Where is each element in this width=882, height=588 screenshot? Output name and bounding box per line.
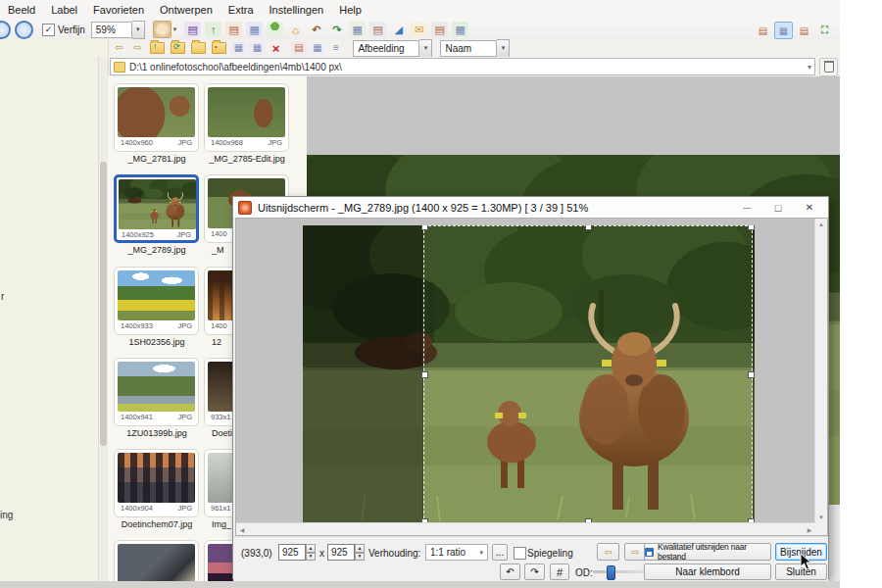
filmstrip-icon[interactable] xyxy=(184,22,201,37)
thumbnail-image xyxy=(118,453,195,503)
hand-tool-dropdown-icon[interactable]: ▾ xyxy=(173,25,177,33)
zoom-level-dropdown-icon[interactable]: ▾ xyxy=(132,21,145,39)
menu-favorieten[interactable]: Favorieten xyxy=(85,0,152,20)
filter-dropdown-icon[interactable]: ▾ xyxy=(419,39,432,58)
thumb-filename: 1SH02356.jpg xyxy=(112,337,202,347)
thumbnail-item-selected[interactable]: 1400x925JPG xyxy=(114,174,199,243)
zoom-actual-icon[interactable] xyxy=(0,21,11,39)
grid-overlay-button[interactable]: # xyxy=(550,564,569,580)
thumbnail-item[interactable]: 1400x941JPG xyxy=(114,358,199,426)
crop-height-input[interactable]: 925 xyxy=(327,544,355,561)
empty-trash-button[interactable] xyxy=(819,58,838,76)
crop-handle-nw[interactable] xyxy=(421,225,428,230)
copy-to-icon[interactable] xyxy=(230,41,246,56)
thumb-filetype: JPG xyxy=(176,230,191,239)
crop-selection[interactable] xyxy=(423,225,753,523)
crop-handle-w[interactable] xyxy=(421,371,428,378)
scroll-right-icon[interactable]: ▶ xyxy=(804,523,815,535)
menu-extra[interactable]: Extra xyxy=(220,0,262,20)
layout-viewer-icon[interactable] xyxy=(795,22,813,39)
scanner-icon[interactable] xyxy=(390,22,407,37)
user-icon[interactable] xyxy=(267,22,283,37)
thumbnail-image xyxy=(119,179,196,229)
browse-icon[interactable] xyxy=(246,22,263,37)
browser-toolbar: ▲ ↑ ⟳ • Afbeelding ▾ Naam ▾ xyxy=(94,39,840,57)
address-dropdown-icon[interactable]: ▾ xyxy=(808,63,811,72)
print-icon[interactable] xyxy=(431,22,448,37)
screenshot-root: Beeld Label Favorieten Ontwerpen Extra I… xyxy=(0,0,882,588)
folder-refresh-icon[interactable]: ⟳ xyxy=(171,42,185,54)
slideshow-icon[interactable] xyxy=(369,22,386,37)
scroll-left-icon[interactable]: ◀ xyxy=(236,523,248,535)
adjust-colors-icon[interactable] xyxy=(287,22,304,37)
image-export-icon[interactable] xyxy=(205,22,221,37)
verfijn-checkbox[interactable] xyxy=(42,24,55,36)
left-panel-scrollbar[interactable] xyxy=(98,57,108,581)
sort-select[interactable]: Naam xyxy=(440,40,497,57)
menu-instellingen[interactable]: Instellingen xyxy=(262,0,332,20)
od-slider-handle[interactable] xyxy=(607,565,615,580)
quality-crop-button[interactable]: Kwalitatief uitsnijden naar bestand xyxy=(644,543,771,561)
minimize-icon[interactable] xyxy=(734,198,760,217)
zoom-fit-icon[interactable] xyxy=(15,21,33,39)
rotate-ccw-button[interactable]: ↶ xyxy=(500,564,520,580)
clipboard-button[interactable]: Naar klembord xyxy=(644,564,771,580)
canvas-vertical-scrollbar[interactable]: ▲ ▼ xyxy=(814,219,827,523)
ratio-select[interactable]: 1:1 ratio▾ xyxy=(425,544,488,561)
zoom-level-select[interactable]: 59% xyxy=(91,22,132,38)
filter-select[interactable]: Afbeelding xyxy=(353,40,419,57)
hand-tool-icon[interactable] xyxy=(153,21,172,38)
scroll-up-icon[interactable]: ▲ xyxy=(815,219,827,230)
close-icon[interactable] xyxy=(797,198,822,217)
crop-height-stepper[interactable]: ▲▼ xyxy=(355,544,365,561)
folder-open-icon[interactable] xyxy=(191,42,206,54)
thumbnail-item[interactable]: 1400x904JPG xyxy=(114,449,199,517)
rotate-right-icon[interactable] xyxy=(328,22,345,37)
mail-icon[interactable] xyxy=(411,22,427,37)
rotate-cw-button[interactable]: ↷ xyxy=(524,564,545,580)
menu-beeld[interactable]: Beeld xyxy=(0,0,43,20)
thumbnail-item[interactable]: 1400x960JPG xyxy=(114,83,199,152)
forward-icon[interactable] xyxy=(129,41,145,56)
crop-canvas[interactable]: ▲ ▼ ◀ ▶ xyxy=(235,218,828,536)
layout-browser-icon[interactable] xyxy=(774,22,793,39)
scroll-down-icon[interactable]: ▼ xyxy=(815,512,827,523)
layout-list-icon[interactable] xyxy=(754,22,772,39)
view-details-icon[interactable] xyxy=(328,41,344,56)
folder-favorite-icon[interactable]: • xyxy=(212,42,226,54)
folder-up-icon[interactable]: ↑ xyxy=(150,42,165,54)
ratio-more-button[interactable]: ... xyxy=(492,544,508,561)
mirror-checkbox[interactable] xyxy=(514,547,526,560)
canvas-horizontal-scrollbar[interactable]: ◀ ▶ xyxy=(236,522,815,535)
crop-button[interactable]: Bijsnijden xyxy=(775,543,827,561)
image-frame-icon[interactable] xyxy=(225,22,242,37)
back-icon[interactable] xyxy=(111,41,126,56)
thumbnail-item[interactable]: 1400x933JPG xyxy=(114,267,199,335)
sort-dropdown-icon[interactable]: ▾ xyxy=(497,39,510,58)
rotate-left-icon[interactable] xyxy=(308,22,324,37)
delete-icon[interactable] xyxy=(268,41,283,56)
crop-handle-ne[interactable] xyxy=(748,225,755,230)
crop-controls: (393,0) 925 ▲▼ x 925 ▲▼ Verhouding: 1:1 … xyxy=(233,536,828,581)
crop-handle-e[interactable] xyxy=(748,371,755,378)
crop-photo[interactable] xyxy=(303,225,755,524)
thumbnail-item[interactable]: 1400x968JPG xyxy=(204,83,289,152)
crop-width-stepper[interactable]: ▲▼ xyxy=(306,544,316,561)
address-bar[interactable]: D:\1 onlinefotoschool\afbeeldingen\4mb\1… xyxy=(110,58,815,75)
od-slider-track[interactable] xyxy=(593,570,648,573)
menu-ontwerpen[interactable]: Ontwerpen xyxy=(152,0,220,20)
fullscreen-icon[interactable]: ⛶ xyxy=(815,22,834,39)
view-thumbnails-icon[interactable] xyxy=(310,41,325,56)
left-panel-scrollbar-thumb[interactable] xyxy=(100,162,107,446)
view-calendar-icon[interactable] xyxy=(291,41,307,56)
previous-image-button[interactable]: ⇦ xyxy=(597,543,619,561)
maximize-icon[interactable] xyxy=(765,198,791,217)
compare-icon[interactable] xyxy=(349,22,366,37)
crop-width-input[interactable]: 925 xyxy=(278,544,306,561)
move-to-icon[interactable] xyxy=(249,41,265,56)
close-dialog-button[interactable]: Sluiten xyxy=(775,564,827,580)
monitor-icon[interactable] xyxy=(452,22,468,37)
menu-help[interactable]: Help xyxy=(331,0,369,20)
crop-handle-n[interactable] xyxy=(585,225,592,230)
menu-label[interactable]: Label xyxy=(43,0,85,20)
